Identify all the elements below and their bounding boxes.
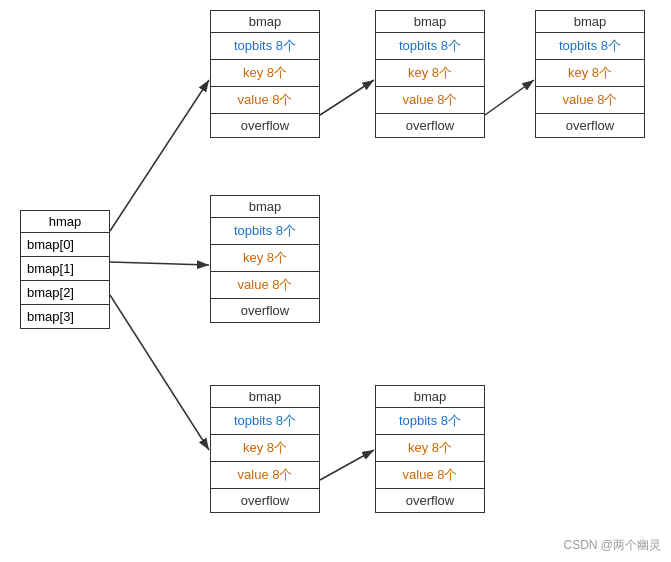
bmap-box-1: bmap topbits 8个 key 8个 value 8个 overflow [375, 10, 485, 138]
svg-line-1 [110, 80, 209, 231]
bmap-box-5: bmap topbits 8个 key 8个 value 8个 overflow [375, 385, 485, 513]
bmap-key-4: key 8个 [211, 435, 319, 462]
bmap-overflow-1: overflow [376, 114, 484, 137]
bmap-title-3: bmap [211, 196, 319, 218]
bmap-value-4: value 8个 [211, 462, 319, 489]
bmap-title-2: bmap [536, 11, 644, 33]
bmap-overflow-0: overflow [211, 114, 319, 137]
bmap-topbits-3: topbits 8个 [211, 218, 319, 245]
bmap-overflow-2: overflow [536, 114, 644, 137]
bmap-box-2: bmap topbits 8个 key 8个 value 8个 overflow [535, 10, 645, 138]
bmap-topbits-4: topbits 8个 [211, 408, 319, 435]
bmap-overflow-3: overflow [211, 299, 319, 322]
bmap-title-1: bmap [376, 11, 484, 33]
hmap-row-3: bmap[3] [21, 305, 109, 328]
bmap-topbits-0: topbits 8个 [211, 33, 319, 60]
bmap-topbits-5: topbits 8个 [376, 408, 484, 435]
bmap-title-5: bmap [376, 386, 484, 408]
bmap-key-2: key 8个 [536, 60, 644, 87]
bmap-key-1: key 8个 [376, 60, 484, 87]
svg-line-2 [320, 80, 374, 115]
svg-line-5 [110, 295, 209, 450]
svg-line-6 [320, 450, 374, 480]
bmap-overflow-4: overflow [211, 489, 319, 512]
bmap-topbits-2: topbits 8个 [536, 33, 644, 60]
bmap-overflow-5: overflow [376, 489, 484, 512]
bmap-value-5: value 8个 [376, 462, 484, 489]
svg-line-3 [485, 80, 534, 115]
bmap-value-3: value 8个 [211, 272, 319, 299]
bmap-box-0: bmap topbits 8个 key 8个 value 8个 overflow [210, 10, 320, 138]
bmap-topbits-1: topbits 8个 [376, 33, 484, 60]
hmap-row-0: bmap[0] [21, 233, 109, 257]
bmap-title-4: bmap [211, 386, 319, 408]
hmap-title: hmap [21, 211, 109, 233]
bmap-value-1: value 8个 [376, 87, 484, 114]
bmap-value-2: value 8个 [536, 87, 644, 114]
hmap-row-2: bmap[2] [21, 281, 109, 305]
hmap-row-1: bmap[1] [21, 257, 109, 281]
watermark: CSDN @两个幽灵 [563, 537, 661, 554]
bmap-key-5: key 8个 [376, 435, 484, 462]
hmap-box: hmap bmap[0] bmap[1] bmap[2] bmap[3] [20, 210, 110, 329]
bmap-value-0: value 8个 [211, 87, 319, 114]
bmap-title-0: bmap [211, 11, 319, 33]
bmap-key-0: key 8个 [211, 60, 319, 87]
bmap-key-3: key 8个 [211, 245, 319, 272]
bmap-box-3: bmap topbits 8个 key 8个 value 8个 overflow [210, 195, 320, 323]
svg-line-4 [110, 262, 209, 265]
bmap-box-4: bmap topbits 8个 key 8个 value 8个 overflow [210, 385, 320, 513]
